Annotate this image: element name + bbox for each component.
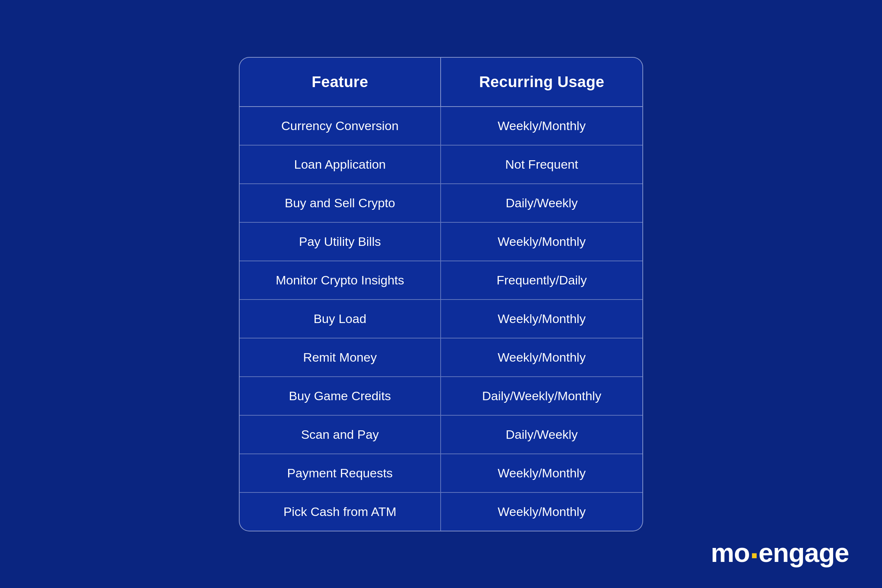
usage-cell: Not Frequent <box>441 146 642 183</box>
feature-cell: Currency Conversion <box>240 107 441 145</box>
usage-cell: Frequently/Daily <box>441 261 642 299</box>
table-row: Currency ConversionWeekly/Monthly <box>240 107 642 146</box>
logo-text: mo·engage <box>711 538 849 567</box>
feature-cell: Pay Utility Bills <box>240 223 441 261</box>
usage-cell: Daily/Weekly/Monthly <box>441 377 642 415</box>
feature-cell: Remit Money <box>240 339 441 376</box>
table-row: Buy LoadWeekly/Monthly <box>240 300 642 339</box>
header-recurring-usage: Recurring Usage <box>441 58 642 106</box>
table-row: Pay Utility BillsWeekly/Monthly <box>240 223 642 261</box>
feature-cell: Scan and Pay <box>240 416 441 453</box>
usage-cell: Daily/Weekly <box>441 416 642 453</box>
table-row: Remit MoneyWeekly/Monthly <box>240 339 642 377</box>
feature-cell: Pick Cash from ATM <box>240 493 441 531</box>
usage-cell: Weekly/Monthly <box>441 107 642 145</box>
feature-cell: Payment Requests <box>240 454 441 492</box>
table-row: Pick Cash from ATMWeekly/Monthly <box>240 493 642 531</box>
logo-area: mo·engage <box>711 538 849 568</box>
table-body: Currency ConversionWeekly/MonthlyLoan Ap… <box>240 107 642 531</box>
table-row: Scan and PayDaily/Weekly <box>240 416 642 454</box>
feature-cell: Buy and Sell Crypto <box>240 184 441 222</box>
feature-cell: Buy Load <box>240 300 441 338</box>
table-header: Feature Recurring Usage <box>240 58 642 107</box>
table-row: Payment RequestsWeekly/Monthly <box>240 454 642 493</box>
usage-cell: Weekly/Monthly <box>441 300 642 338</box>
table-row: Loan ApplicationNot Frequent <box>240 146 642 184</box>
feature-cell: Monitor Crypto Insights <box>240 261 441 299</box>
usage-cell: Weekly/Monthly <box>441 339 642 376</box>
feature-cell: Loan Application <box>240 146 441 183</box>
header-feature: Feature <box>240 58 441 106</box>
usage-cell: Weekly/Monthly <box>441 454 642 492</box>
table-row: Buy Game CreditsDaily/Weekly/Monthly <box>240 377 642 416</box>
table-row: Buy and Sell CryptoDaily/Weekly <box>240 184 642 223</box>
feature-cell: Buy Game Credits <box>240 377 441 415</box>
table-row: Monitor Crypto InsightsFrequently/Daily <box>240 261 642 300</box>
usage-cell: Weekly/Monthly <box>441 493 642 531</box>
usage-cell: Daily/Weekly <box>441 184 642 222</box>
usage-cell: Weekly/Monthly <box>441 223 642 261</box>
main-table: Feature Recurring Usage Currency Convers… <box>239 57 643 531</box>
